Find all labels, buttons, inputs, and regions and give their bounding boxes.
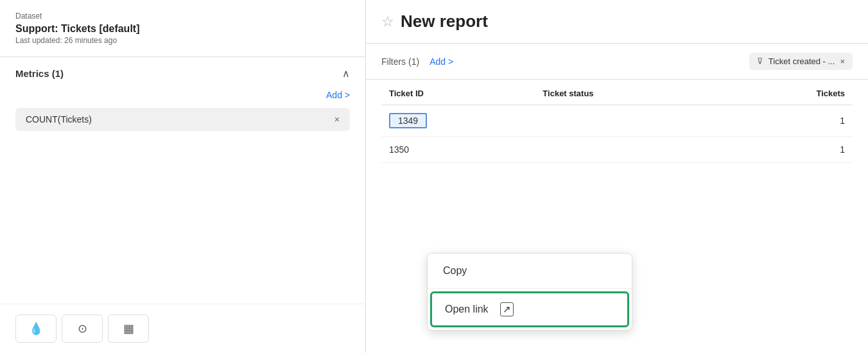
dataset-name: Support: Tickets [default] bbox=[15, 23, 350, 35]
text-viz-button[interactable]: ▦ bbox=[108, 314, 149, 343]
metric-chip-close[interactable]: × bbox=[334, 114, 340, 125]
open-link-text: Open link bbox=[445, 304, 489, 315]
liquid-viz-button[interactable]: 💧 bbox=[15, 314, 56, 343]
dataset-header: Dataset Support: Tickets [default] Last … bbox=[0, 0, 365, 57]
liquid-icon: 💧 bbox=[29, 322, 43, 336]
table-header-row: Ticket ID Ticket status Tickets bbox=[381, 80, 853, 105]
ticket-status-cell bbox=[535, 105, 725, 137]
ticket-id-header: Ticket ID bbox=[381, 80, 535, 105]
filters-label: Filters (1) bbox=[381, 56, 419, 67]
report-title: New report bbox=[401, 12, 488, 31]
data-table: Ticket ID Ticket status Tickets 1349 1 bbox=[381, 80, 853, 163]
table-row: 1349 1 bbox=[381, 105, 853, 137]
report-header: ☆ New report bbox=[366, 0, 868, 44]
metrics-section: Metrics (1) ∧ Add > COUNT(Tickets) × bbox=[0, 57, 365, 304]
tickets-header: Tickets bbox=[726, 80, 853, 105]
copy-menu-item[interactable]: Copy bbox=[428, 254, 632, 288]
filter-chip-close[interactable]: × bbox=[840, 56, 845, 66]
left-panel: Dataset Support: Tickets [default] Last … bbox=[0, 0, 366, 353]
menu-divider bbox=[428, 288, 632, 289]
favorite-star-icon[interactable]: ☆ bbox=[381, 13, 394, 30]
ticket-status-cell bbox=[535, 137, 725, 163]
tickets-count-cell: 1 bbox=[726, 137, 853, 163]
radio-icon: ⊙ bbox=[78, 322, 87, 336]
viz-buttons-bar: 💧 ⊙ ▦ bbox=[0, 304, 365, 353]
table-area: Ticket ID Ticket status Tickets 1349 1 bbox=[366, 80, 868, 353]
context-menu: Copy Open link↗ bbox=[427, 253, 632, 331]
filter-chip-text: Ticket created - ... bbox=[768, 56, 835, 66]
ticket-status-header: Ticket status bbox=[535, 80, 725, 105]
tickets-count-cell: 1 bbox=[726, 105, 853, 137]
count-tickets-chip: COUNT(Tickets) × bbox=[15, 108, 350, 131]
dataset-label: Dataset bbox=[15, 12, 350, 21]
filters-bar: Filters (1) Add > ⊽ Ticket created - ...… bbox=[366, 44, 868, 80]
metrics-add-button[interactable]: Add > bbox=[326, 90, 350, 100]
ticket-created-filter-chip: ⊽ Ticket created - ... × bbox=[749, 53, 853, 70]
copy-label: Copy bbox=[443, 265, 467, 277]
ticket-id-cell: 1349 bbox=[381, 105, 535, 137]
right-panel: ☆ New report Filters (1) Add > ⊽ Ticket … bbox=[366, 0, 868, 353]
dataset-updated: Last updated: 26 minutes ago bbox=[15, 36, 350, 45]
table-row: 1350 1 bbox=[381, 137, 853, 163]
metric-chip-label: COUNT(Tickets) bbox=[26, 114, 92, 125]
chat-icon: ▦ bbox=[123, 322, 134, 336]
ticket-id-cell: 1350 bbox=[381, 137, 535, 163]
open-link-menu-item[interactable]: Open link↗ bbox=[430, 291, 629, 327]
filter-icon: ⊽ bbox=[757, 56, 763, 66]
metrics-title: Metrics (1) bbox=[15, 68, 64, 79]
metrics-collapse-icon[interactable]: ∧ bbox=[342, 67, 350, 80]
metrics-header: Metrics (1) ∧ bbox=[15, 67, 350, 80]
radio-viz-button[interactable]: ⊙ bbox=[62, 314, 103, 343]
metrics-add-area: Add > bbox=[15, 90, 350, 100]
filters-add-button[interactable]: Add > bbox=[430, 56, 453, 67]
